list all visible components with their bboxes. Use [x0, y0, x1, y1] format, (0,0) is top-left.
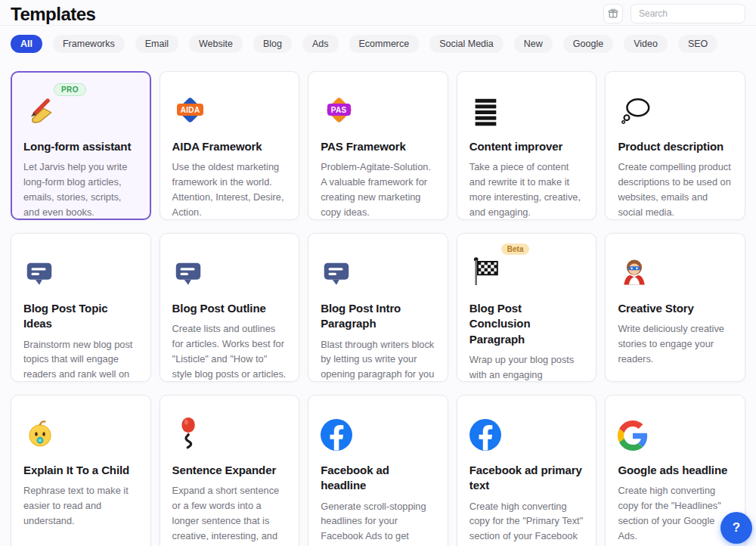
- template-card-explain-it-to-a-child[interactable]: Explain It To a Child Rephrase text to m…: [11, 395, 151, 546]
- card-description: Wrap up your blog posts with an engaging…: [469, 352, 584, 382]
- tab-frameworks[interactable]: Frameworks: [53, 35, 125, 53]
- tab-new[interactable]: New: [514, 35, 553, 53]
- thought-bubble-icon: [618, 97, 652, 127]
- card-description: Write deliciously creative stories to en…: [618, 321, 733, 367]
- card-title: Facebook ad primary text: [469, 463, 584, 494]
- card-description: Let Jarvis help you write long-form blog…: [23, 160, 138, 220]
- card-description: Create high converting copy for the "Hea…: [618, 483, 733, 544]
- card-title: Blog Post Conclusion Paragraph: [469, 301, 584, 347]
- filter-tabs: All Frameworks Email Website Blog Ads Ec…: [11, 35, 745, 53]
- card-title: Long-form assistant: [23, 139, 138, 154]
- card-head: [23, 244, 138, 289]
- gift-icon: [608, 8, 618, 19]
- card-title: Blog Post Intro Paragraph: [321, 301, 435, 332]
- baby-icon: [23, 417, 57, 451]
- card-description: Problem-Agitate-Solution. A valuable fra…: [321, 160, 435, 220]
- templates-grid: PRO Long-form assistant Let Jarvis help …: [11, 71, 745, 546]
- page-header: Templates: [0, 0, 756, 26]
- card-description: Use the oldest marketing framework in th…: [172, 160, 287, 220]
- card-head: Beta: [469, 244, 584, 289]
- card-title: Sentence Expander: [172, 463, 287, 478]
- card-description: Create compelling product descriptions t…: [618, 160, 733, 220]
- card-head: AIDA: [172, 82, 287, 127]
- card-title: Explain It To a Child: [23, 463, 138, 478]
- card-head: [23, 405, 138, 451]
- template-card-content-improver[interactable]: Content improver Take a piece of content…: [457, 71, 597, 220]
- card-title: PAS Framework: [321, 139, 435, 154]
- card-head: [172, 244, 287, 289]
- tab-blog[interactable]: Blog: [253, 35, 292, 53]
- chequered-flag-icon: [469, 256, 503, 289]
- card-head: [172, 405, 287, 451]
- aida-diamond-icon: AIDA: [172, 92, 209, 127]
- template-card-blog-post-outline[interactable]: Blog Post Outline Create lists and outli…: [160, 233, 300, 382]
- card-description: Rephrase text to make it easier to read …: [23, 483, 138, 529]
- template-card-pas-framework[interactable]: PAS PAS Framework Problem-Agitate-Soluti…: [308, 71, 448, 220]
- template-card-product-description[interactable]: Product description Create compelling pr…: [605, 71, 745, 220]
- writing-hand-icon: [23, 94, 57, 127]
- card-head: [321, 244, 435, 289]
- facebook-icon: [321, 419, 352, 451]
- speech-bubble-icon: [321, 259, 352, 289]
- template-card-sentence-expander[interactable]: Sentence Expander Expand a short sentenc…: [160, 395, 300, 546]
- question-mark-icon: ?: [733, 520, 740, 535]
- card-title: AIDA Framework: [172, 139, 287, 154]
- card-head: [321, 405, 435, 451]
- tab-email[interactable]: Email: [135, 35, 178, 53]
- card-title: Content improver: [469, 139, 584, 154]
- tab-ads[interactable]: Ads: [302, 35, 339, 53]
- template-card-facebook-ad-headline[interactable]: Facebook ad headline Generate scroll-sto…: [308, 395, 448, 546]
- template-card-facebook-ad-primary-text[interactable]: Facebook ad primary text Create high con…: [457, 395, 597, 546]
- template-card-blog-post-conclusion-paragraph[interactable]: Beta Blog Post Conclusion Paragraph Wrap…: [457, 233, 597, 382]
- tab-website[interactable]: Website: [189, 35, 243, 53]
- tab-all[interactable]: All: [11, 35, 42, 53]
- card-head: PRO: [23, 82, 138, 127]
- template-card-long-form-assistant[interactable]: PRO Long-form assistant Let Jarvis help …: [11, 71, 151, 220]
- template-card-blog-post-topic-ideas[interactable]: Blog Post Topic Ideas Brainstorm new blo…: [11, 233, 151, 382]
- template-card-aida-framework[interactable]: AIDA AIDA Framework Use the oldest marke…: [160, 71, 300, 220]
- card-description: Take a piece of content and rewrite it t…: [469, 160, 584, 220]
- card-title: Facebook ad headline: [321, 463, 435, 494]
- card-title: Product description: [618, 139, 733, 154]
- card-head: [469, 405, 584, 451]
- template-card-creative-story[interactable]: Creative Story Write deliciously creativ…: [605, 233, 745, 382]
- card-description: Expand a short sentence or a few words i…: [172, 483, 287, 546]
- card-head: [469, 82, 584, 127]
- header-controls: [603, 4, 745, 23]
- tab-google[interactable]: Google: [563, 35, 613, 53]
- pro-badge: PRO: [54, 83, 86, 96]
- tab-seo[interactable]: SEO: [678, 35, 717, 53]
- gift-button[interactable]: [603, 4, 623, 23]
- beta-badge: Beta: [501, 244, 530, 255]
- template-card-blog-post-intro-paragraph[interactable]: Blog Post Intro Paragraph Blast through …: [308, 233, 448, 382]
- speech-bubble-icon: [23, 259, 55, 289]
- card-description: Brainstorm new blog post topics that wil…: [23, 337, 138, 383]
- card-title: Google ads headline: [618, 463, 733, 478]
- card-head: [618, 244, 733, 289]
- superhero-icon: [618, 256, 651, 289]
- text-lines-icon: [469, 95, 501, 127]
- tab-social-media[interactable]: Social Media: [429, 35, 503, 53]
- card-head: [618, 405, 733, 451]
- card-title: Blog Post Topic Ideas: [23, 301, 138, 332]
- card-description: Create lists and outlines for articles. …: [172, 321, 287, 382]
- templates-page: Templates All Frameworks Email Website B…: [0, 0, 756, 546]
- tab-ecommerce[interactable]: Ecommerce: [349, 35, 420, 53]
- google-icon: [618, 420, 648, 451]
- search-input[interactable]: [631, 4, 745, 23]
- card-head: PAS: [321, 82, 435, 127]
- page-title: Templates: [11, 4, 95, 25]
- card-description: Blast through writers block by letting u…: [321, 337, 435, 383]
- card-title: Blog Post Outline: [172, 301, 287, 316]
- card-title: Creative Story: [618, 301, 733, 316]
- card-description: Create high converting copy for the "Pri…: [469, 499, 584, 546]
- facebook-icon: [469, 419, 501, 451]
- help-button[interactable]: ?: [720, 512, 752, 544]
- speech-bubble-icon: [172, 259, 204, 289]
- balloon-icon: [172, 416, 206, 451]
- card-description: Generate scroll-stopping headlines for y…: [321, 499, 435, 546]
- pas-diamond-icon: PAS: [321, 92, 357, 127]
- card-head: [618, 82, 733, 127]
- tab-video[interactable]: Video: [624, 35, 668, 53]
